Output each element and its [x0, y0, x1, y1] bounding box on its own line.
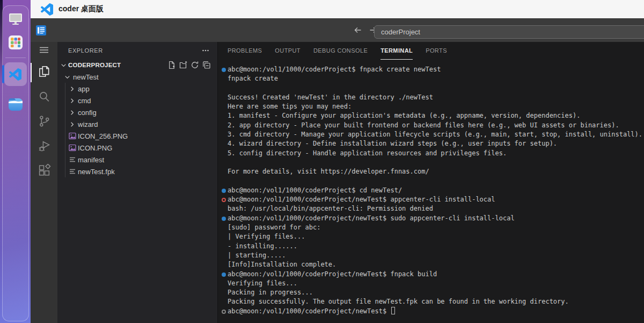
new-folder-icon[interactable]: [179, 61, 187, 69]
terminal-text: fnpack create: [228, 75, 278, 82]
extensions-icon: [38, 164, 51, 180]
explorer-section-coderproject[interactable]: CODERPROJECT: [57, 59, 217, 71]
chevron-right-icon: [68, 97, 77, 105]
vscode-window: coder 桌面版 EXPLORER CODERPROJECT newTesta…: [31, 0, 644, 323]
dock-item-files[interactable]: [4, 94, 27, 115]
panel-tab-ports[interactable]: PORTS: [426, 42, 447, 60]
terminal-line: | starting.....: [218, 251, 644, 260]
terminal-text: abc@moon:/vol1/1000/coderProject/newTest…: [228, 307, 390, 315]
dock-item-apps[interactable]: [4, 32, 27, 53]
terminal-text: 1. manifest - Configure your application…: [228, 112, 580, 119]
source-control-icon: [38, 114, 51, 130]
ellipsis-icon[interactable]: [201, 46, 210, 55]
activity-menu[interactable]: [31, 42, 57, 60]
terminal-text: - installing......: [228, 242, 297, 250]
explorer-actions: [167, 61, 211, 69]
command-marker-err: [222, 198, 226, 202]
terminal-line: 4. wizard directory - Define installatio…: [218, 139, 644, 148]
terminal-text: abc@moon:/vol1/1000/coderProject$ fnpack…: [228, 66, 441, 73]
command-marker-ok: [222, 189, 226, 193]
tree-item-label: newTest.fpk: [78, 168, 115, 176]
terminal-text: 3. cmd directory - Manage your applicati…: [228, 131, 642, 138]
terminal-text: 4. wizard directory - Define installatio…: [228, 140, 557, 147]
terminal-line: 5. config directory - Handle application…: [218, 149, 644, 158]
panel-tabs: PROBLEMSOUTPUTDEBUG CONSOLETERMINALPORTS: [218, 42, 644, 60]
tree-item-newTest[interactable]: newTest: [57, 71, 217, 83]
panel-tab-debug-console[interactable]: DEBUG CONSOLE: [313, 42, 368, 60]
search-icon: [38, 90, 51, 105]
terminal-line: Packing successfully. The output file ne…: [218, 297, 644, 306]
terminal-text: Success! Created 'newTest' in the direct…: [228, 94, 433, 101]
terminal-line: 3. cmd directory - Manage your applicati…: [218, 130, 644, 139]
indent-guide: [65, 83, 65, 177]
terminal[interactable]: abc@moon:/vol1/1000/coderProject$ fnpack…: [218, 60, 644, 316]
new-file-icon[interactable]: [167, 61, 175, 69]
explorer-header-label: EXPLORER: [68, 47, 103, 54]
terminal-text: abc@moon:/vol1/1000/coderProject/newTest…: [228, 270, 437, 278]
terminal-line: fnpack create: [218, 74, 644, 83]
terminal-line: Verifying files...: [218, 279, 644, 288]
search-input[interactable]: [374, 25, 644, 39]
layout-icon[interactable]: [36, 25, 46, 35]
terminal-line: For more details, visit https://develope…: [218, 167, 644, 176]
chevron-right-icon: [68, 109, 77, 117]
explorer-header: EXPLORER: [57, 42, 217, 59]
terminal-line: abc@moon:/vol1/1000/coderProject$ fnpack…: [218, 65, 644, 74]
terminal-line: abc@moon:/vol1/1000/coderProject/newTest…: [218, 270, 644, 279]
tree-item-app[interactable]: app: [57, 83, 217, 95]
tree-item-label: ICON_256.PNG: [78, 132, 128, 140]
tree-item-newTest.fpk[interactable]: newTest.fpk: [57, 166, 217, 177]
dock-divider: [5, 58, 26, 58]
tree-item-ICON.PNG[interactable]: ICON.PNG: [57, 142, 217, 154]
tree-item-label: cmd: [78, 97, 91, 105]
panel-tab-output[interactable]: OUTPUT: [275, 42, 301, 60]
files-icon: [37, 64, 51, 81]
panel-tab-problems[interactable]: PROBLEMS: [228, 42, 262, 60]
terminal-line: abc@moon:/vol1/1000/coderProject$ cd new…: [218, 186, 644, 195]
panel-tab-terminal[interactable]: TERMINAL: [380, 42, 413, 60]
back-icon[interactable]: [353, 25, 363, 35]
activity-explorer[interactable]: [31, 60, 57, 85]
terminal-line: | Verifying files...: [218, 232, 644, 241]
terminal-text: abc@moon:/vol1/1000/coderProject$ cd new…: [228, 186, 402, 194]
terminal-line: 2. app directory - Place your built fron…: [218, 121, 644, 130]
chevron-right-icon: [68, 85, 77, 93]
terminal-cursor: [391, 307, 395, 314]
dock-item-displays[interactable]: [4, 8, 27, 30]
tree-item-config[interactable]: config: [57, 106, 217, 118]
terminal-line: 1. manifest - Configure your application…: [218, 111, 644, 120]
terminal-line: [Info]Installation complete.: [218, 260, 644, 269]
tree-item-label: config: [78, 109, 97, 117]
tree-item-wizard[interactable]: wizard: [57, 118, 217, 130]
folder-icon: [8, 96, 24, 112]
activity-source-control[interactable]: [31, 110, 57, 134]
vscode-logo-icon: [41, 3, 53, 16]
dock-item-vscode[interactable]: [4, 62, 27, 86]
terminal-text: | Verifying files...: [228, 233, 305, 240]
activity-run-debug[interactable]: [31, 134, 57, 159]
vscode-icon: [9, 68, 21, 81]
toolbar: [31, 18, 644, 42]
file-tree: newTestappcmdconfigwizardICON_256.PNGICO…: [57, 71, 217, 177]
terminal-line: abc@moon:/vol1/1000/coderProject/newTest…: [218, 307, 644, 316]
activity-search[interactable]: [31, 85, 57, 110]
desktop-dock: [0, 0, 31, 323]
terminal-text: abc@moon:/vol1/1000/coderProject/newTest…: [228, 214, 515, 222]
terminal-text: [Info]Installation complete.: [228, 261, 336, 268]
terminal-line: [218, 177, 644, 186]
monitor-icon: [8, 12, 24, 26]
tree-item-cmd[interactable]: cmd: [57, 95, 217, 106]
terminal-line: - installing......: [218, 242, 644, 251]
tree-item-manifest[interactable]: manifest: [57, 154, 217, 166]
terminal-text: 2. app directory - Place your built fron…: [228, 121, 619, 129]
collapse-all-icon[interactable]: [202, 61, 211, 69]
tree-item-ICON_256.PNG[interactable]: ICON_256.PNG: [57, 130, 217, 142]
refresh-icon[interactable]: [191, 61, 199, 69]
debug-icon: [38, 139, 51, 155]
terminal-line: [218, 158, 644, 167]
tree-item-label: app: [78, 85, 90, 93]
chevron-right-icon: [68, 120, 77, 128]
activity-extensions[interactable]: [31, 159, 57, 184]
terminal-line: [sudo] password for abc:: [218, 223, 644, 232]
main-area: EXPLORER CODERPROJECT newTestappcmdconfi…: [31, 42, 644, 323]
